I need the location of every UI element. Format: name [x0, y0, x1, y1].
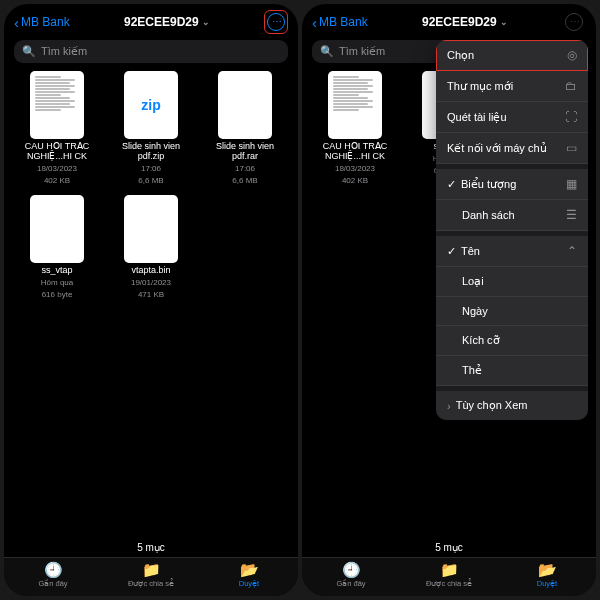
file-name: CÂU HỎI TRẮC NGHIỆ...HI CK [17, 142, 97, 162]
more-button[interactable]: ⋯ [264, 10, 288, 34]
screen-left: ‹ MB Bank 92ECEE9D29 ⌄ ⋯ 🔍 Tìm kiếm CÂU … [4, 4, 298, 596]
tab-bar-left: 🕘Gần đây📁Được chia sẻ📂Duyệt [4, 557, 298, 596]
file-size: 402 KB [342, 177, 368, 186]
back-label: MB Bank [319, 15, 368, 29]
file-name: Slide sinh vien pdf.zip [111, 142, 191, 162]
file-size: 6,6 MB [232, 177, 257, 186]
file-name: ss_vtap [41, 266, 72, 276]
folder-icon: 📂 [239, 562, 259, 578]
clock-icon: 🕘 [43, 562, 63, 578]
file-icon [30, 71, 84, 139]
screen-right: ‹ MB Bank 92ECEE9D29 ⌄ ⋯ 🔍 Tìm kiếm CÂU … [302, 4, 596, 596]
tab-clock[interactable]: 🕘Gần đây [302, 562, 400, 588]
menu-item-scan[interactable]: Quét tài liệu ⛶ [436, 102, 588, 133]
chevron-down-icon: ⌄ [202, 17, 210, 27]
menu-item-connect-server[interactable]: Kết nối với máy chủ ▭ [436, 133, 588, 164]
nav-title[interactable]: 92ECEE9D29 ⌄ [76, 15, 258, 29]
file-icon [328, 71, 382, 139]
file-item[interactable]: zipSlide sinh vien pdf.zip17:066,6 MB [108, 71, 194, 185]
tab-label: Duyệt [537, 579, 557, 588]
tab-folder-person[interactable]: 📁Được chia sẻ [102, 562, 200, 588]
file-date: Hôm qua [41, 279, 73, 288]
menu-item-new-folder[interactable]: Thư mục mới 🗀 [436, 71, 588, 102]
scan-icon: ⛶ [565, 110, 577, 124]
file-item[interactable]: Slide sinh vien pdf.rar17:066,6 MB [202, 71, 288, 185]
file-item[interactable]: vtapta.bin19/01/2023471 KB [108, 195, 194, 299]
chevron-right-icon: › [447, 400, 451, 412]
list-icon: ☰ [566, 208, 577, 222]
tab-label: Gần đây [336, 579, 365, 588]
menu-item-sort-kind[interactable]: Loại [436, 267, 588, 297]
server-icon: ▭ [566, 141, 577, 155]
tab-clock[interactable]: 🕘Gần đây [4, 562, 102, 588]
file-date: 18/03/2023 [37, 165, 77, 174]
file-size: 6,6 MB [138, 177, 163, 186]
file-date: 18/03/2023 [335, 165, 375, 174]
file-size: 471 KB [138, 291, 164, 300]
clock-icon: 🕘 [341, 562, 361, 578]
folder-person-icon: 📁 [439, 562, 459, 578]
chevron-up-icon: ⌃ [567, 244, 577, 258]
tab-label: Duyệt [239, 579, 259, 588]
tab-folder[interactable]: 📂Duyệt [498, 562, 596, 588]
menu-item-select[interactable]: Chọn ◎ [436, 40, 588, 71]
file-icon: zip [124, 71, 178, 139]
search-placeholder: Tìm kiếm [41, 45, 87, 58]
nav-bar: ‹ MB Bank 92ECEE9D29 ⌄ ⋯ [4, 4, 298, 38]
file-item[interactable]: CÂU HỎI TRẮC NGHIỆ...HI CK18/03/2023402 … [312, 71, 398, 185]
file-item[interactable]: ss_vtapHôm qua616 byte [14, 195, 100, 299]
tab-label: Được chia sẻ [128, 579, 174, 588]
nav-title[interactable]: 92ECEE9D29 ⌄ [374, 15, 556, 29]
file-name: vtapta.bin [131, 266, 170, 276]
zip-label: zip [141, 97, 160, 113]
file-size: 402 KB [44, 177, 70, 186]
check-icon: ✓ [447, 178, 456, 191]
files-grid-left: CÂU HỎI TRẮC NGHIỆ...HI CK18/03/2023402 … [4, 71, 298, 538]
file-icon [124, 195, 178, 263]
more-icon: ⋯ [267, 13, 285, 31]
more-icon: ⋯ [565, 13, 583, 31]
search-icon: 🔍 [22, 45, 36, 58]
menu-item-list-view[interactable]: Danh sách ☰ [436, 200, 588, 231]
tab-bar-right: 🕘Gần đây📁Được chia sẻ📂Duyệt [302, 557, 596, 596]
menu-item-view-options[interactable]: ›Tùy chọn Xem [436, 391, 588, 420]
grid-icon: ▦ [566, 177, 577, 191]
folder-icon: 📂 [537, 562, 557, 578]
search-placeholder: Tìm kiếm [339, 45, 385, 58]
check-circle-icon: ◎ [567, 48, 577, 62]
file-date: 17:06 [235, 165, 255, 174]
menu-item-sort-tags[interactable]: Thẻ [436, 356, 588, 386]
file-date: 17:06 [141, 165, 161, 174]
menu-item-sort-size[interactable]: Kích cỡ [436, 326, 588, 356]
chevron-down-icon: ⌄ [500, 17, 508, 27]
menu-item-sort-name[interactable]: ✓Tên ⌃ [436, 236, 588, 267]
file-name: Slide sinh vien pdf.rar [205, 142, 285, 162]
file-item[interactable]: CÂU HỎI TRẮC NGHIỆ...HI CK18/03/2023402 … [14, 71, 100, 185]
file-date: 19/01/2023 [131, 279, 171, 288]
tab-label: Gần đây [38, 579, 67, 588]
file-icon [30, 195, 84, 263]
context-menu: Chọn ◎ Thư mục mới 🗀 Quét tài liệu ⛶ Kết… [436, 40, 588, 420]
file-name: CÂU HỎI TRẮC NGHIỆ...HI CK [315, 142, 395, 162]
back-button[interactable]: ‹ MB Bank [312, 15, 368, 30]
menu-item-sort-date[interactable]: Ngày [436, 297, 588, 326]
folder-person-icon: 📁 [141, 562, 161, 578]
search-bar[interactable]: 🔍 Tìm kiếm [14, 40, 288, 63]
file-size: 616 byte [42, 291, 73, 300]
tab-label: Được chia sẻ [426, 579, 472, 588]
tab-folder[interactable]: 📂Duyệt [200, 562, 298, 588]
folder-plus-icon: 🗀 [565, 79, 577, 93]
search-icon: 🔍 [320, 45, 334, 58]
back-button[interactable]: ‹ MB Bank [14, 15, 70, 30]
nav-bar: ‹ MB Bank 92ECEE9D29 ⌄ ⋯ [302, 4, 596, 38]
menu-item-icons-view[interactable]: ✓Biểu tượng ▦ [436, 169, 588, 200]
chevron-left-icon: ‹ [14, 15, 19, 30]
chevron-left-icon: ‹ [312, 15, 317, 30]
file-icon [218, 71, 272, 139]
back-label: MB Bank [21, 15, 70, 29]
more-button[interactable]: ⋯ [562, 10, 586, 34]
footer-count: 5 mục [302, 538, 596, 557]
check-icon: ✓ [447, 245, 456, 258]
tab-folder-person[interactable]: 📁Được chia sẻ [400, 562, 498, 588]
footer-count: 5 mục [4, 538, 298, 557]
